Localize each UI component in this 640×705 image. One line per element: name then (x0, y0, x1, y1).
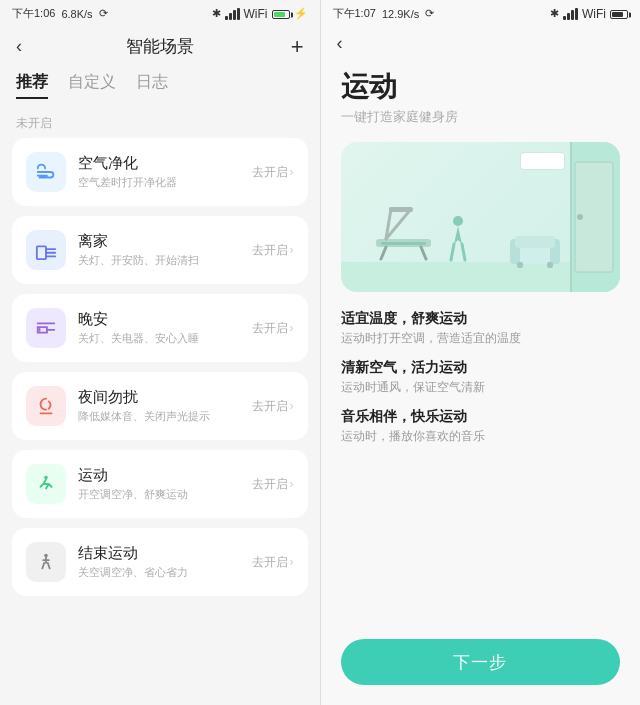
svg-rect-10 (389, 207, 413, 212)
scene-desc-air: 空气差时打开净化器 (78, 175, 240, 190)
chevron-icon-end-exercise: › (290, 555, 294, 569)
svg-rect-1 (39, 328, 41, 332)
chevron-icon-away: › (290, 243, 294, 257)
scene-card-away[interactable]: 离家 关灯、开安防、开始清扫 去开启 › (12, 216, 308, 284)
scene-name-air: 空气净化 (78, 154, 240, 173)
bluetooth-icon-right: ✱ (550, 7, 559, 20)
sync-icon-right: ⟳ (425, 7, 434, 20)
left-status-bar: 下午1:06 6.8K/s ⟳ ✱ WiFi ⚡ (0, 0, 320, 27)
scene-card-end-exercise[interactable]: 结束运动 关空调空净、省心省力 去开启 › (12, 528, 308, 596)
illus-ac (520, 152, 565, 170)
right-status-right: ✱ WiFi (550, 7, 628, 21)
svg-rect-15 (517, 262, 523, 268)
feature-list: 适宜温度，舒爽运动 运动时打开空调，营造适宜的温度 清新空气，活力运动 运动时通… (341, 310, 621, 445)
feature-title-1: 清新空气，活力运动 (341, 359, 621, 377)
chevron-icon-quiet: › (290, 399, 294, 413)
scene-info-air: 空气净化 空气差时打开净化器 (78, 154, 240, 190)
scene-action-quiet[interactable]: 去开启 › (252, 398, 294, 415)
svg-point-19 (453, 216, 463, 226)
feature-desc-0: 运动时打开空调，营造适宜的温度 (341, 330, 621, 347)
scene-illustration (341, 142, 621, 292)
scene-tabs: 推荐 自定义 日志 (0, 66, 320, 107)
right-bottom-bar: 下一步 (321, 627, 641, 705)
scene-card-sleep[interactable]: 晚安 关灯、关电器、安心入睡 去开启 › (12, 294, 308, 362)
scene-action-away[interactable]: 去开启 › (252, 242, 294, 259)
right-panel: 下午1:07 12.9K/s ⟳ ✱ WiFi ‹ 运动 一键打造家庭健身房 (321, 0, 641, 705)
battery-left (272, 8, 290, 20)
section-label: 未开启 (0, 107, 320, 138)
scene-name-sleep: 晚安 (78, 310, 240, 329)
svg-rect-16 (547, 262, 553, 268)
next-step-button[interactable]: 下一步 (341, 639, 621, 685)
scene-info-end-exercise: 结束运动 关空调空净、省心省力 (78, 544, 240, 580)
feature-title-0: 适宜温度，舒爽运动 (341, 310, 621, 328)
svg-rect-5 (381, 242, 426, 245)
sync-icon-left: ⟳ (99, 7, 108, 20)
scene-icon-quiet (26, 386, 66, 426)
feature-item-2: 音乐相伴，快乐运动 运动时，播放你喜欢的音乐 (341, 408, 621, 445)
scene-icon-end-exercise (26, 542, 66, 582)
scene-list: 空气净化 空气差时打开净化器 去开启 › 离家 关灯、开安防、开始清扫 去开启 (0, 138, 320, 705)
scene-name-exercise: 运动 (78, 466, 240, 485)
right-nav-bar: ‹ (321, 27, 641, 60)
svg-line-6 (381, 247, 386, 259)
right-content: 运动 一键打造家庭健身房 (321, 60, 641, 627)
scene-desc-quiet: 降低媒体音、关闭声光提示 (78, 409, 240, 424)
scene-name-quiet: 夜间勿扰 (78, 388, 240, 407)
left-back-button[interactable]: ‹ (16, 36, 22, 57)
scene-icon-sleep (26, 308, 66, 348)
scene-desc-away: 关灯、开安防、开始清扫 (78, 253, 240, 268)
tab-custom[interactable]: 自定义 (68, 72, 116, 99)
tab-recommend[interactable]: 推荐 (16, 72, 48, 99)
feature-item-1: 清新空气，活力运动 运动时通风，保证空气清新 (341, 359, 621, 396)
svg-rect-14 (515, 236, 555, 248)
tab-log[interactable]: 日志 (136, 72, 168, 99)
time-right: 下午1:07 (333, 6, 376, 21)
chevron-icon-air: › (290, 165, 294, 179)
feature-title-2: 音乐相伴，快乐运动 (341, 408, 621, 426)
scene-icon-air (26, 152, 66, 192)
scene-card-exercise[interactable]: 运动 开空调空净、舒爽运动 去开启 › (12, 450, 308, 518)
scene-name-end-exercise: 结束运动 (78, 544, 240, 563)
right-page-title: 运动 (341, 68, 621, 106)
signal-icon-right (563, 8, 578, 20)
illus-sofa (505, 224, 560, 264)
svg-point-18 (577, 214, 583, 220)
right-back-button[interactable]: ‹ (337, 33, 343, 53)
svg-rect-0 (37, 246, 46, 259)
scene-desc-end-exercise: 关空调空净、省心省力 (78, 565, 240, 580)
scene-card-air[interactable]: 空气净化 空气差时打开净化器 去开启 › (12, 138, 308, 206)
battery-right (610, 8, 628, 20)
right-status-bar: 下午1:07 12.9K/s ⟳ ✱ WiFi (321, 0, 641, 27)
illus-person (446, 214, 470, 264)
charging-icon: ⚡ (294, 7, 308, 20)
feature-desc-2: 运动时，播放你喜欢的音乐 (341, 428, 621, 445)
wifi-icon-right: WiFi (582, 7, 606, 21)
scene-icon-away (26, 230, 66, 270)
wifi-icon: WiFi (244, 7, 268, 21)
scene-action-air[interactable]: 去开启 › (252, 164, 294, 181)
svg-line-7 (421, 247, 426, 259)
left-nav-bar: ‹ 智能场景 + (0, 27, 320, 66)
right-status-left: 下午1:07 12.9K/s ⟳ (333, 6, 435, 21)
scene-action-exercise[interactable]: 去开启 › (252, 476, 294, 493)
chevron-icon-exercise: › (290, 477, 294, 491)
scene-action-sleep[interactable]: 去开启 › (252, 320, 294, 337)
scene-desc-sleep: 关灯、关电器、安心入睡 (78, 331, 240, 346)
speed-left: 6.8K/s (61, 8, 92, 20)
scene-name-away: 离家 (78, 232, 240, 251)
scene-info-quiet: 夜间勿扰 降低媒体音、关闭声光提示 (78, 388, 240, 424)
scene-action-end-exercise[interactable]: 去开启 › (252, 554, 294, 571)
status-right: ✱ WiFi ⚡ (212, 7, 308, 21)
scene-icon-exercise (26, 464, 66, 504)
signal-icon (225, 8, 240, 20)
illus-door (570, 142, 620, 292)
bluetooth-icon: ✱ (212, 7, 221, 20)
feature-desc-1: 运动时通风，保证空气清新 (341, 379, 621, 396)
right-page-subtitle: 一键打造家庭健身房 (341, 108, 621, 126)
scene-info-away: 离家 关灯、开安防、开始清扫 (78, 232, 240, 268)
scene-desc-exercise: 开空调空净、舒爽运动 (78, 487, 240, 502)
scene-card-quiet[interactable]: 夜间勿扰 降低媒体音、关闭声光提示 去开启 › (12, 372, 308, 440)
left-page-title: 智能场景 (126, 35, 194, 58)
add-scene-button[interactable]: + (291, 36, 304, 58)
